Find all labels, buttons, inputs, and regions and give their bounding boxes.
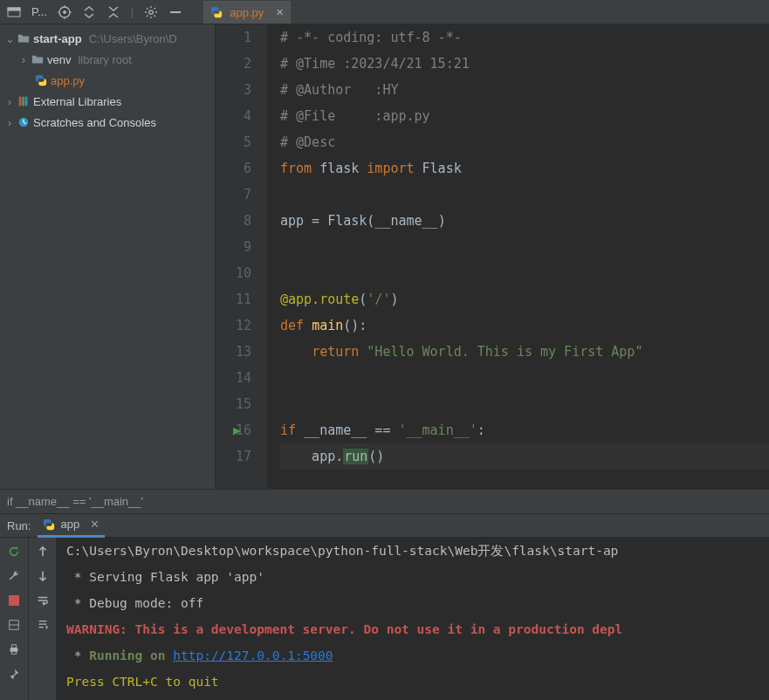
folder-icon bbox=[31, 53, 44, 65]
hide-icon[interactable] bbox=[168, 5, 182, 19]
console-line: WARNING: This is a development server. D… bbox=[66, 616, 769, 642]
console-line: * Debug mode: off bbox=[66, 590, 769, 616]
tree-file-app[interactable]: app.py bbox=[0, 70, 215, 91]
toolbar-divider: | bbox=[131, 5, 134, 18]
pin-icon[interactable] bbox=[7, 667, 21, 681]
gutter-line[interactable]: 3 bbox=[216, 77, 251, 103]
console-link[interactable]: http://127.0.0.1:5000 bbox=[173, 649, 333, 662]
editor-breadcrumb[interactable]: if __name__ == '__main__' bbox=[0, 489, 769, 513]
layout-icon[interactable] bbox=[7, 618, 21, 632]
run-tab[interactable]: app ✕ bbox=[38, 513, 105, 538]
python-file-icon bbox=[43, 518, 55, 531]
code-line[interactable] bbox=[280, 391, 769, 417]
chevron-down-icon: ⌄ bbox=[5, 32, 14, 45]
scroll-to-end-icon[interactable] bbox=[36, 618, 50, 632]
editor-code-area[interactable]: # -*- coding: utf-8 -*-# @Time :2023/4/2… bbox=[268, 24, 769, 489]
tree-ext-lib-label: External Libraries bbox=[33, 95, 121, 108]
tree-external-libraries[interactable]: › External Libraries bbox=[0, 91, 215, 112]
gutter-line[interactable]: 4 bbox=[216, 103, 251, 129]
gutter-line[interactable]: 7 bbox=[216, 182, 251, 208]
tree-root[interactable]: ⌄ start-app C:\Users\Byron\D bbox=[0, 28, 215, 49]
up-arrow-icon[interactable] bbox=[36, 545, 50, 559]
settings-icon[interactable] bbox=[144, 5, 158, 19]
main-area: ⌄ start-app C:\Users\Byron\D › venv libr… bbox=[0, 24, 769, 489]
scratches-icon bbox=[17, 116, 30, 128]
editor-tab[interactable]: app.py ✕ bbox=[203, 1, 291, 24]
code-line[interactable]: if __name__ == '__main__': bbox=[280, 417, 769, 443]
code-line[interactable] bbox=[280, 234, 769, 260]
console-output[interactable]: C:\Users\Byron\Desktop\workspace\python-… bbox=[56, 538, 769, 700]
tree-root-label: start-app bbox=[33, 32, 82, 45]
code-line[interactable]: # -*- coding: utf-8 -*- bbox=[280, 24, 769, 51]
run-gutter-icon[interactable]: ▶ bbox=[233, 422, 241, 438]
code-line[interactable]: # @Time :2023/4/21 15:21 bbox=[280, 51, 769, 77]
gutter-line[interactable]: 14 bbox=[216, 365, 251, 391]
python-file-icon bbox=[210, 6, 223, 18]
code-line[interactable] bbox=[280, 182, 769, 208]
run-label: Run: bbox=[7, 519, 31, 532]
tree-root-path: C:\Users\Byron\D bbox=[89, 32, 177, 45]
soft-wrap-icon[interactable] bbox=[36, 594, 50, 607]
project-label: P... bbox=[31, 5, 47, 18]
gutter-line[interactable]: 13 bbox=[216, 339, 251, 365]
console-line: Press CTRL+C to quit bbox=[66, 669, 769, 695]
project-sidebar: ⌄ start-app C:\Users\Byron\D › venv libr… bbox=[0, 24, 216, 489]
gutter-line[interactable]: 2 bbox=[216, 51, 251, 77]
code-line[interactable]: @app.route('/') bbox=[280, 286, 769, 312]
editor-gutter[interactable]: 123456789101112131415▶1617 bbox=[216, 24, 268, 489]
code-line[interactable]: app.run() bbox=[280, 443, 769, 470]
code-line[interactable]: # @Author :HY bbox=[280, 77, 769, 103]
chevron-right-icon: › bbox=[5, 116, 14, 129]
run-tab-label: app bbox=[60, 518, 79, 531]
run-tools-left bbox=[0, 538, 28, 700]
libraries-icon bbox=[17, 95, 30, 107]
code-line[interactable] bbox=[280, 260, 769, 286]
tree-venv-label: venv bbox=[47, 53, 71, 66]
code-line[interactable]: app = Flask(__name__) bbox=[280, 208, 769, 234]
project-dropdown[interactable] bbox=[7, 5, 21, 19]
svg-rect-17 bbox=[11, 645, 16, 649]
code-line[interactable]: # @Desc bbox=[280, 129, 769, 155]
code-line[interactable]: return "Hello World. This is my First Ap… bbox=[280, 339, 769, 365]
gutter-line[interactable]: 11 bbox=[216, 286, 251, 312]
tree-venv[interactable]: › venv library root bbox=[0, 49, 215, 70]
gutter-line[interactable]: 6 bbox=[216, 155, 251, 182]
gutter-line[interactable]: 1 bbox=[216, 24, 251, 51]
wrench-icon[interactable] bbox=[7, 569, 21, 583]
svg-rect-1 bbox=[8, 8, 20, 10]
code-line[interactable] bbox=[280, 365, 769, 391]
collapse-all-icon[interactable] bbox=[106, 5, 120, 19]
tree-file-label: app.py bbox=[51, 74, 85, 87]
gutter-line[interactable]: 10 bbox=[216, 260, 251, 286]
gutter-line[interactable]: 12 bbox=[216, 312, 251, 339]
tree-venv-hint: library root bbox=[78, 53, 131, 66]
gutter-line[interactable]: ▶16 bbox=[216, 417, 251, 443]
code-line[interactable]: # @File :app.py bbox=[280, 103, 769, 129]
run-panel: Run: app ✕ C:\Users\Byron\Desktop\worksp… bbox=[0, 513, 769, 700]
gutter-line[interactable]: 17 bbox=[216, 443, 251, 470]
stop-icon[interactable] bbox=[7, 594, 21, 607]
console-line: * Serving Flask app 'app' bbox=[66, 564, 769, 590]
down-arrow-icon[interactable] bbox=[36, 569, 50, 583]
rerun-icon[interactable] bbox=[7, 545, 21, 559]
chevron-right-icon: › bbox=[19, 53, 28, 66]
python-file-icon bbox=[35, 74, 47, 86]
top-toolbar: P... | app.py ✕ bbox=[0, 0, 769, 24]
svg-point-3 bbox=[63, 10, 65, 13]
run-tools-right bbox=[28, 538, 56, 700]
run-tab-close-icon[interactable]: ✕ bbox=[90, 518, 100, 531]
gutter-line[interactable]: 15 bbox=[216, 391, 251, 417]
run-panel-header: Run: app ✕ bbox=[0, 513, 769, 538]
gutter-line[interactable]: 5 bbox=[216, 129, 251, 155]
code-line[interactable]: def main(): bbox=[280, 312, 769, 339]
target-icon[interactable] bbox=[58, 5, 72, 19]
print-icon[interactable] bbox=[7, 642, 21, 656]
svg-rect-10 bbox=[19, 97, 22, 106]
gutter-line[interactable]: 9 bbox=[216, 234, 251, 260]
expand-all-icon[interactable] bbox=[82, 5, 96, 19]
svg-rect-12 bbox=[25, 97, 28, 106]
code-line[interactable]: from flask import Flask bbox=[280, 155, 769, 182]
tab-close-icon[interactable]: ✕ bbox=[276, 7, 284, 18]
tree-scratches[interactable]: › Scratches and Consoles bbox=[0, 112, 215, 133]
gutter-line[interactable]: 8 bbox=[216, 208, 251, 234]
